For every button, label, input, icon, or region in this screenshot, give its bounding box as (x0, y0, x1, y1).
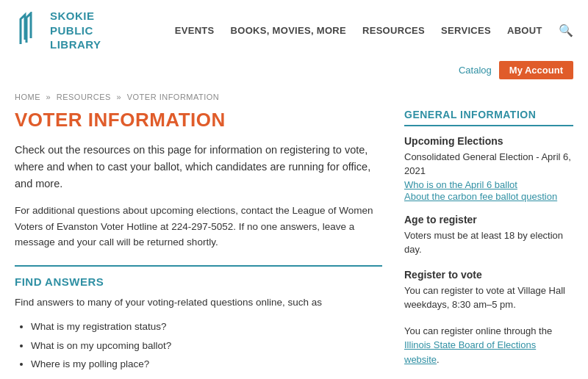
breadcrumb-sep1: » (46, 93, 51, 101)
carbon-fee-link[interactable]: About the carbon fee ballot question (404, 191, 557, 202)
breadcrumb: HOME » RESOURCES » VOTER INFORMATION (0, 85, 588, 109)
upcoming-elections-title: Upcoming Elections (404, 135, 573, 147)
nav-about[interactable]: ABOUT (507, 25, 542, 36)
logo-area: SKOKIE PUBLIC LIBRARY (15, 9, 101, 52)
register-text2-after: . (437, 354, 440, 365)
contact-text: For additional questions about upcoming … (15, 203, 382, 250)
left-column: VOTER INFORMATION Check out the resource… (15, 109, 382, 380)
intro-text: Check out the resources on this page for… (15, 142, 382, 193)
upcoming-elections-block: Upcoming Elections Consolidated General … (404, 135, 573, 202)
breadcrumb-home[interactable]: HOME (15, 93, 40, 101)
find-answers-list: What is my registration status? What is … (15, 317, 382, 379)
breadcrumb-sep2: » (117, 93, 122, 101)
general-info-title: GENERAL INFORMATION (404, 109, 573, 126)
list-item: What is on my upcoming ballot? (31, 336, 382, 355)
breadcrumb-resources[interactable]: RESOURCES (57, 93, 111, 101)
my-account-button[interactable]: My Account (499, 61, 573, 79)
age-to-register-block: Age to register Voters must be at least … (404, 214, 573, 257)
main-nav: EVENTS BOOKS, MOVIES, MORE RESOURCES SER… (175, 24, 573, 37)
april-ballot-link[interactable]: Who is on the April 6 ballot (404, 179, 517, 190)
page-title: VOTER INFORMATION (15, 109, 382, 131)
find-answers-title: FIND ANSWERS (15, 275, 382, 288)
register-text1: You can register to vote at Village Hall… (404, 284, 573, 312)
illinois-board-link[interactable]: Illinois State Board of Elections websit… (404, 339, 536, 365)
account-bar: Catalog My Account (0, 58, 588, 85)
nav-books[interactable]: BOOKS, MOVIES, MORE (231, 25, 346, 36)
main-content: VOTER INFORMATION Check out the resource… (0, 109, 588, 380)
age-text: Voters must be at least 18 by election d… (404, 228, 573, 257)
nav-services[interactable]: SERVICES (441, 25, 491, 36)
register-text2-before: You can register online through the (404, 325, 552, 336)
upcoming-elections-text: Consolidated General Election - April 6,… (404, 150, 573, 178)
right-column: GENERAL INFORMATION Upcoming Elections C… (404, 109, 573, 380)
nav-resources[interactable]: RESOURCES (362, 25, 425, 36)
find-answers-divider (15, 265, 382, 267)
breadcrumb-current: VOTER INFORMATION (127, 93, 220, 101)
search-icon[interactable]: 🔍 (559, 24, 573, 37)
header: SKOKIE PUBLIC LIBRARY EVENTS BOOKS, MOVI… (0, 0, 588, 58)
find-answers-intro: Find answers to many of your voting-rela… (15, 295, 382, 310)
list-item: Where is my early voting site? (31, 374, 382, 379)
register-to-vote-block: Register to vote You can register to vot… (404, 269, 573, 380)
list-item: Where is my polling place? (31, 355, 382, 374)
library-logo-icon (15, 12, 43, 48)
age-title: Age to register (404, 214, 573, 225)
logo-text: SKOKIE PUBLIC LIBRARY (50, 9, 101, 52)
nav-events[interactable]: EVENTS (175, 25, 215, 36)
list-item: What is my registration status? (31, 317, 382, 336)
catalog-link[interactable]: Catalog (459, 65, 492, 76)
register-title: Register to vote (404, 269, 573, 281)
register-text2: You can register online through the Illi… (404, 324, 573, 367)
